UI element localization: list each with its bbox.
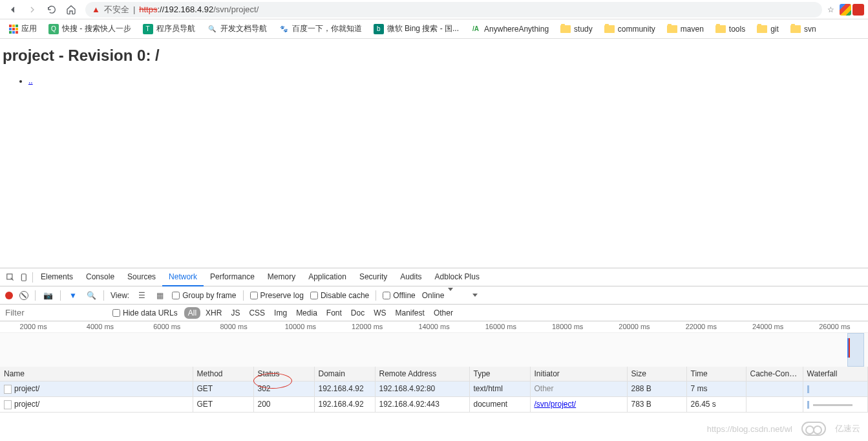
devtools-tab-audits[interactable]: Audits [394,268,428,286]
devtools-timeline[interactable]: 2000 ms4000 ms6000 ms8000 ms10000 ms1200… [0,321,868,367]
bookmark-label: git [770,25,779,34]
cell-size: 783 B [627,396,686,412]
filter-type-ws[interactable]: WS [370,307,390,319]
address-bar[interactable]: ▲ 不安全 | https://192.168.4.92/svn/project… [85,2,822,17]
devtools-tab-adblock-plus[interactable]: Adblock Plus [429,268,486,286]
filter-type-img[interactable]: Img [270,307,291,319]
chevron-down-icon[interactable] [472,294,478,297]
filter-icon[interactable]: ▼ [67,291,79,300]
bookmark-item[interactable]: maven [663,23,708,36]
bookmark-item[interactable]: community [600,23,659,36]
cell-cache [746,396,803,412]
bookmark-item[interactable]: tools [712,23,749,36]
filter-type-other[interactable]: Other [430,307,457,319]
column-header[interactable]: Status [253,367,314,382]
view-grid-icon[interactable]: ▦ [154,291,165,300]
timeline-tick: 2000 ms [0,321,67,332]
back-button[interactable] [4,2,22,17]
bookmark-item[interactable]: 🔍开发文档导航 [203,21,271,36]
camera-icon[interactable]: 📷 [42,291,54,300]
filter-type-doc[interactable]: Doc [347,307,368,319]
group-by-frame-checkbox[interactable]: Group by frame [172,291,236,300]
page-content: project - Revision 0: / .. [0,39,868,93]
bookmark-label: study [574,25,593,34]
devtools-tab-memory[interactable]: Memory [261,268,302,286]
column-header[interactable]: Type [469,367,530,382]
bookmark-label: 开发文档导航 [220,23,267,34]
devtools-tab-network[interactable]: Network [162,268,204,286]
table-row[interactable]: project/ GET 302 192.168.4.92 192.168.4.… [0,382,868,397]
bookmark-label: maven [681,25,704,34]
bookmark-star-icon[interactable]: ☆ [827,5,834,14]
column-header[interactable]: Name [0,367,193,382]
cell-name: project/ [0,382,193,397]
preserve-log-checkbox[interactable]: Preserve log [250,291,304,300]
throttle-select[interactable]: Online [422,291,454,300]
devtools-tab-console[interactable]: Console [79,268,121,286]
devtools-toolbar: 📷 ▼ 🔍 View: ☰ ▦ Group by frame Preserve … [0,286,868,305]
bookmark-label: 百度一下，你就知道 [292,23,362,34]
filter-type-xhr[interactable]: XHR [202,307,226,319]
extension-icon[interactable] [840,4,851,16]
extension-icon[interactable] [852,4,864,16]
devtools-tab-security[interactable]: Security [353,268,394,286]
device-icon[interactable] [18,273,31,282]
disable-cache-checkbox[interactable]: Disable cache [310,291,369,300]
cell-initiator: /svn/project/ [530,396,627,412]
bookmark-item[interactable]: /AAnywhereAnything [467,22,553,36]
hide-data-urls-checkbox[interactable]: Hide data URLs [112,308,178,317]
column-header[interactable]: Size [627,367,686,382]
svg-rect-1 [21,274,26,281]
view-list-icon[interactable]: ☰ [136,291,147,300]
filter-type-all[interactable]: All [184,307,200,319]
devtools-tab-performance[interactable]: Performance [204,268,261,286]
column-header[interactable]: Domain [314,367,375,382]
insecure-label: 不安全 [104,4,129,16]
bookmark-item[interactable]: 🐾百度一下，你就知道 [275,21,366,36]
filter-type-font[interactable]: Font [323,307,346,319]
table-row[interactable]: project/ GET 200 192.168.4.92 192.168.4.… [0,396,868,412]
filter-type-manifest[interactable]: Manifest [392,307,429,319]
column-header[interactable]: Cache-Control [746,367,803,382]
bookmark-item[interactable]: T程序员导航 [139,21,199,36]
timeline-tick: 4000 ms [67,321,133,332]
column-header[interactable]: Remote Address [375,367,469,382]
bookmark-label: 程序员导航 [156,23,195,34]
bookmark-label: community [618,25,655,34]
column-header[interactable]: Initiator [530,367,627,382]
timeline-tick: 22000 ms [668,321,734,332]
timeline-tick: 12000 ms [334,321,401,332]
inspect-icon[interactable] [4,273,17,282]
parent-dir-link[interactable]: .. [28,76,33,85]
timeline-tick: 18000 ms [535,321,601,332]
cell-type: text/html [469,382,530,397]
search-icon[interactable]: 🔍 [85,291,97,300]
filter-type-css[interactable]: CSS [245,307,269,319]
column-header[interactable]: Method [193,367,253,382]
filter-type-media[interactable]: Media [292,307,321,319]
bookmark-item[interactable]: Q快搜 - 搜索快人一步 [45,21,135,36]
reload-button[interactable] [43,2,61,17]
clear-button[interactable] [19,291,28,300]
bookmark-item[interactable]: svn [787,23,820,36]
bookmark-item[interactable]: git [753,23,783,36]
home-button[interactable] [62,2,80,17]
filter-input[interactable] [3,307,106,319]
bookmark-item[interactable]: b微软 Bing 搜索 - 国... [370,21,463,36]
cell-waterfall [803,396,868,412]
bookmark-item[interactable]: 应用 [5,21,41,36]
warning-icon: ▲ [92,5,100,14]
record-button[interactable] [5,292,13,299]
column-header[interactable]: Time [686,367,746,382]
bookmark-item[interactable]: study [556,23,597,36]
forward-button[interactable] [23,2,41,17]
timeline-tick: 16000 ms [467,321,534,332]
devtools-filterbar: Hide data URLs AllXHRJSCSSImgMediaFontDo… [0,305,868,321]
devtools-tab-elements[interactable]: Elements [34,268,79,286]
devtools-tab-application[interactable]: Application [302,268,353,286]
url-protocol: https [139,5,157,14]
filter-type-js[interactable]: JS [227,307,244,319]
offline-checkbox[interactable]: Offline [383,291,415,300]
column-header[interactable]: Waterfall [803,367,868,382]
devtools-tab-sources[interactable]: Sources [121,268,162,286]
